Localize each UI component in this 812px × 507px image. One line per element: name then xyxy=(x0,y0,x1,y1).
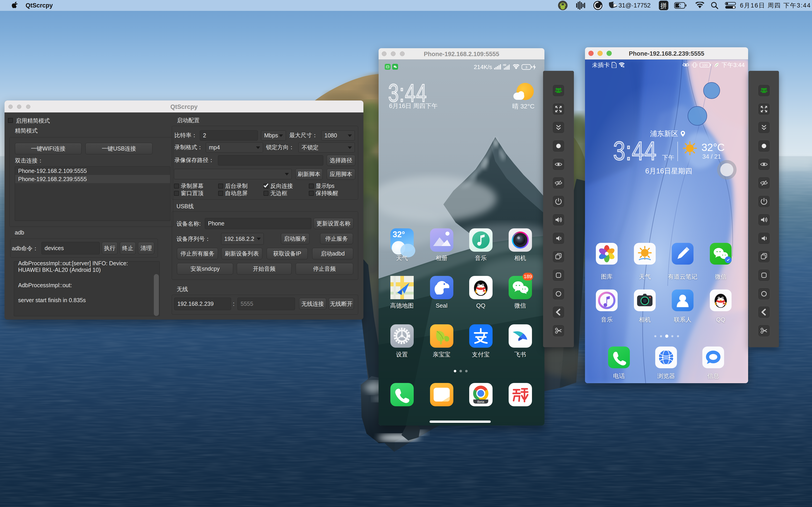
svg-text:Beta: Beta xyxy=(477,400,485,404)
svg-text:100: 100 xyxy=(702,63,708,67)
svg-text:3: 3 xyxy=(525,65,527,69)
svg-text:拼: 拼 xyxy=(660,2,667,9)
svg-text:!: ! xyxy=(614,64,614,67)
svg-text:HD: HD xyxy=(503,64,506,66)
